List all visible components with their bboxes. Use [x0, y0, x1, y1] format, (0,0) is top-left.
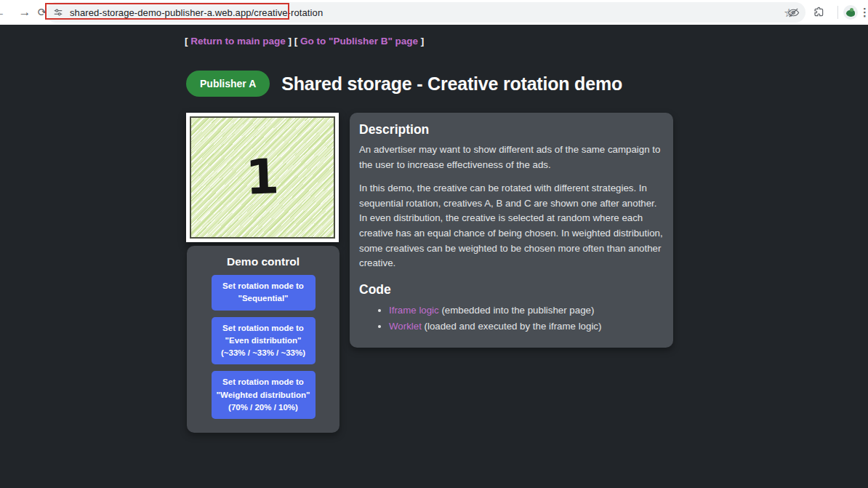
code-links-list: Iframe logic (embedded into the publishe…	[359, 303, 663, 335]
code-heading: Code	[359, 282, 663, 297]
description-paragraph: In this demo, the creative can be rotate…	[359, 181, 663, 271]
button-label-line: (~33% / ~33% / ~33%)	[214, 347, 313, 359]
list-item-text: (loaded and executed by the iframe logic…	[422, 321, 602, 332]
rotation-mode-sequential-button[interactable]: Set rotation mode to "Sequential"	[212, 275, 316, 311]
avatar-image-highlight	[850, 8, 853, 12]
rotation-mode-weighted-distribution-button[interactable]: Set rotation mode to "Weighted distribut…	[212, 371, 316, 419]
back-icon[interactable]: ←	[0, 0, 8, 25]
extensions-icon[interactable]	[813, 0, 825, 25]
top-nav-links: [ Return to main page ] [ Go to "Publish…	[185, 36, 424, 47]
bracket-text: ]	[418, 36, 424, 47]
worklet-link[interactable]: Worklet	[389, 321, 422, 332]
browser-toolbar: ← → ⟳ shared-storage-demo-publisher-a.we…	[0, 0, 868, 25]
bracket-text: ] [	[286, 36, 300, 47]
creative-number: 1	[245, 153, 280, 202]
list-item: Worklet (loaded and executed by the ifra…	[389, 319, 663, 335]
list-item-text: (embedded into the publisher page)	[439, 305, 595, 316]
page-body: [ Return to main page ] [ Go to "Publish…	[0, 25, 868, 488]
iframe-logic-link[interactable]: Iframe logic	[389, 305, 439, 316]
demo-control-panel: Demo control Set rotation mode to "Seque…	[187, 246, 339, 433]
address-bar[interactable]: shared-storage-demo-publisher-a.web.app/…	[46, 2, 805, 23]
button-label-line: "Even distribution"	[214, 335, 313, 347]
page-header: Publisher A Shared storage - Creative ro…	[186, 71, 622, 97]
url-text[interactable]: shared-storage-demo-publisher-a.web.app/…	[70, 7, 323, 18]
button-label-line: Set rotation mode to	[214, 322, 313, 335]
bracket-text: [	[185, 36, 190, 47]
browser-menu-icon[interactable]: ⋮	[859, 0, 868, 25]
list-item: Iframe logic (embedded into the publishe…	[389, 303, 663, 319]
button-label-line: (70% / 20% / 10%)	[214, 401, 313, 414]
button-label-line: Set rotation mode to	[214, 280, 313, 292]
toolbar-separator	[837, 6, 838, 19]
tune-icon[interactable]	[53, 7, 63, 17]
return-main-page-link[interactable]: Return to main page	[190, 36, 286, 47]
forward-icon[interactable]: →	[16, 0, 33, 25]
ad-creative-image: 1	[190, 116, 335, 239]
button-label-line: "Weighted distribution"	[214, 389, 313, 401]
description-panel: Description An advertiser may want to sh…	[350, 113, 673, 348]
button-label-line: Set rotation mode to	[214, 376, 313, 388]
bookmark-star-icon[interactable]: ☆	[784, 0, 794, 25]
button-label-line: "Sequential"	[214, 292, 313, 305]
demo-control-title: Demo control	[187, 255, 339, 268]
description-paragraph: An advertiser may want to show different…	[359, 143, 663, 172]
ad-creative-iframe: 1	[186, 113, 339, 242]
page-title: Shared storage - Creative rotation demo	[281, 73, 622, 95]
rotation-mode-even-distribution-button[interactable]: Set rotation mode to "Even distribution"…	[212, 317, 316, 365]
profile-avatar[interactable]	[843, 5, 858, 20]
publisher-badge: Publisher A	[186, 71, 270, 97]
description-heading: Description	[359, 122, 663, 137]
publisher-b-page-link[interactable]: Go to "Publisher B" page	[300, 36, 418, 47]
